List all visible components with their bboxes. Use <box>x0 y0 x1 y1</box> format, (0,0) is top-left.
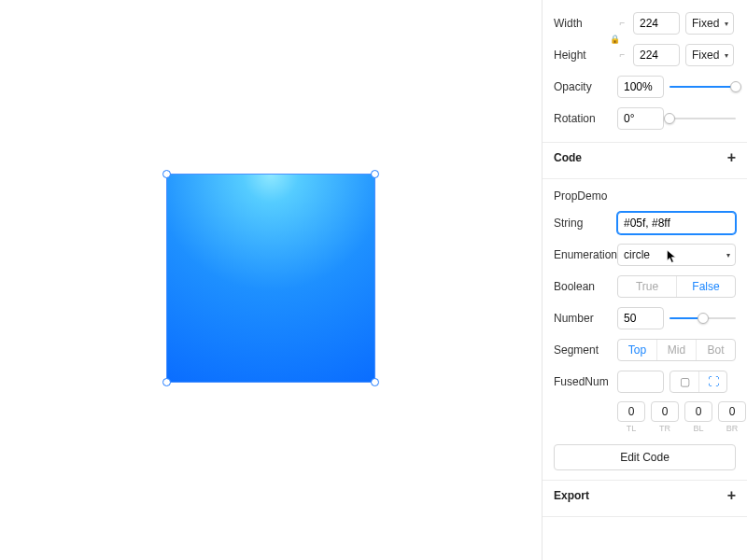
prop-string-input[interactable] <box>617 212 736 234</box>
chevron-down-icon: ▾ <box>725 20 728 28</box>
prop-number-input[interactable] <box>617 307 664 329</box>
prop-segment-label: Segment <box>554 343 612 357</box>
resize-handle-tr[interactable] <box>371 170 379 178</box>
height-input[interactable] <box>633 44 680 66</box>
prop-boolean-toggle[interactable]: True False <box>617 275 736 298</box>
corner-br-caption: BR <box>726 424 739 433</box>
resize-handle-tl[interactable] <box>162 170 171 178</box>
plus-icon[interactable]: + <box>727 488 736 503</box>
width-sizing-select[interactable]: Fixed▾ <box>685 12 734 35</box>
corner-tl-input[interactable]: 0 <box>617 401 645 422</box>
code-section-header[interactable]: Code + <box>543 143 747 173</box>
corner-tr-input[interactable]: 0 <box>651 401 679 422</box>
width-input[interactable] <box>633 12 680 35</box>
component-name: PropDemo <box>554 185 736 207</box>
code-section-title: Code <box>554 151 582 164</box>
width-label: Width <box>554 17 612 30</box>
segment-top[interactable]: Top <box>618 340 656 360</box>
export-section-header[interactable]: Export + <box>543 481 747 511</box>
segment-bot[interactable]: Bot <box>696 340 735 360</box>
prop-enum-label: Enumeration <box>554 248 612 261</box>
height-label: Height <box>554 49 612 62</box>
chevron-down-icon: ▾ <box>725 51 728 60</box>
inspector-panel: Width ⌐ Fixed▾ 🔒 Height ⌐ Fixed▾ Opacity… <box>542 0 747 560</box>
prop-enum-select[interactable]: circle▾ <box>617 244 736 266</box>
prop-string-label: String <box>554 217 612 230</box>
opacity-label: Opacity <box>554 80 612 93</box>
boolean-false-option[interactable]: False <box>676 276 735 297</box>
lock-icon[interactable]: 🔒 <box>610 35 620 44</box>
plus-icon[interactable]: + <box>727 150 736 165</box>
corner-br-input[interactable]: 0 <box>718 401 746 422</box>
corner-tl-caption: TL <box>627 424 637 433</box>
rotation-slider[interactable] <box>669 118 736 119</box>
rotation-input[interactable] <box>617 107 664 130</box>
opacity-slider[interactable] <box>669 86 736 88</box>
height-sizing-select[interactable]: Fixed▾ <box>685 44 734 66</box>
independent-corners-icon[interactable]: ⛶ <box>698 371 726 392</box>
prop-number-label: Number <box>554 312 612 325</box>
rotation-label: Rotation <box>554 112 612 125</box>
opacity-input[interactable] <box>617 76 664 98</box>
selected-shape[interactable] <box>166 174 375 383</box>
corner-bl-caption: BL <box>693 424 703 433</box>
uniform-corners-icon[interactable]: ▢ <box>670 371 698 392</box>
chevron-down-icon: ▾ <box>726 251 730 259</box>
corner-tr-caption: TR <box>659 424 670 433</box>
prop-boolean-label: Boolean <box>554 280 612 293</box>
boolean-true-option[interactable]: True <box>618 276 676 297</box>
prop-fused-label: FusedNum <box>554 375 612 388</box>
prop-segment-control[interactable]: Top Mid Bot <box>617 339 736 361</box>
resize-handle-bl[interactable] <box>162 378 171 386</box>
resize-handle-br[interactable] <box>371 378 379 386</box>
export-section-title: Export <box>554 489 589 502</box>
corner-bl-input[interactable]: 0 <box>684 401 712 422</box>
width-dim-icon: ⌐ <box>617 20 627 27</box>
height-dim-icon: ⌐ <box>617 51 627 59</box>
canvas-area[interactable] <box>0 0 542 560</box>
corner-radius-inputs: 0TL 0TR 0BL 0BR <box>617 401 736 433</box>
fused-mode-toggle[interactable]: ▢ ⛶ <box>669 371 727 393</box>
segment-mid[interactable]: Mid <box>656 340 696 360</box>
prop-fused-input[interactable] <box>617 371 664 393</box>
edit-code-button[interactable]: Edit Code <box>554 444 736 470</box>
prop-number-slider[interactable] <box>669 317 736 319</box>
